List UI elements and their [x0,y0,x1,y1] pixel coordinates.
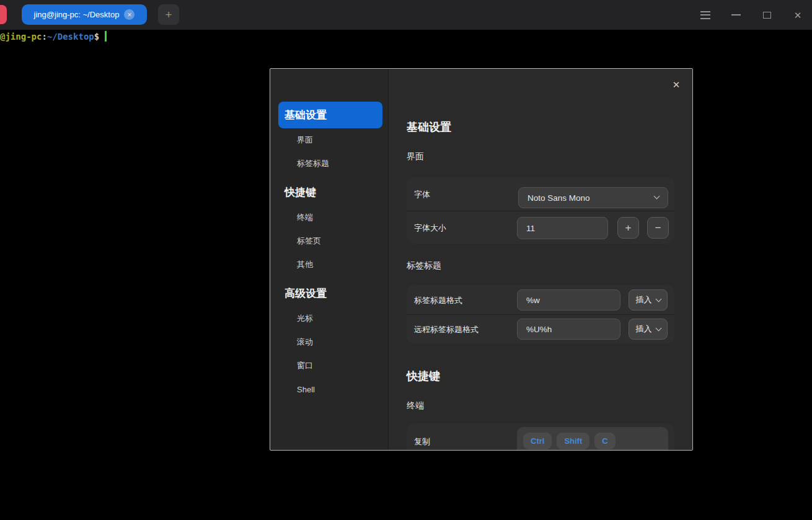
insert-label: 插入 [636,294,652,306]
hamburger-icon [700,11,710,19]
sidebar-item-cursor[interactable]: 光标 [278,307,382,330]
close-window-button[interactable]: ✕ [789,6,806,24]
shell-prompt: @jing-pc:~/Desktop$ [0,31,107,42]
font-size-decrease-button[interactable]: − [647,217,669,239]
sidebar-item-shell[interactable]: Shell [278,377,382,401]
key-chip-ctrl: Ctrl [523,433,552,449]
sidebar-item-basic-settings[interactable]: 基础设置 [278,102,382,128]
interface-card: 字体 Noto Sans Mono 字体大小 + − [407,177,674,244]
key-chip-shift: Shift [557,433,589,449]
font-size-input[interactable] [517,217,608,239]
tab-format-label: 标签标题格式 [414,295,462,306]
prompt-symbol: $ [94,32,99,42]
sidebar-item-advanced-settings[interactable]: 高级设置 [278,280,382,307]
minimize-button[interactable] [727,6,744,24]
insert-token-button-2[interactable]: 插入 [629,319,668,340]
dialog-close-button[interactable]: ✕ [670,79,682,91]
terminal-cursor [105,31,107,42]
window-titlebar: jing@jing-pc: ~/Desktop ✕ + ✕ [0,0,812,30]
sidebar-item-terminal[interactable]: 终端 [278,206,382,229]
prompt-user: @jing-pc [0,32,42,42]
section-interface: 界面 [407,151,424,162]
prompt-separator: : [42,32,46,42]
sidebar-item-tabs[interactable]: 标签页 [278,229,382,253]
sidebar-item-shortcuts[interactable]: 快捷键 [278,179,382,206]
menu-button[interactable] [697,6,714,24]
font-family-value: Noto Sans Mono [527,193,590,203]
sidebar-item-window[interactable]: 窗口 [278,354,382,377]
chevron-down-icon [655,325,661,331]
chevron-down-icon [655,296,661,302]
key-chip-c: C [594,433,615,449]
settings-dialog: ✕ 基础设置 界面 标签标题 快捷键 终端 标签页 其他 高级设置 光标 滚动 … [270,68,693,451]
insert-token-button-1[interactable]: 插入 [629,289,668,311]
tab-title-card: 标签标题格式 插入 远程标签标题格式 插入 [407,285,674,343]
terminal-tab-active[interactable]: jing@jing-pc: ~/Desktop ✕ [22,4,147,25]
insert-label: 插入 [636,324,652,335]
remote-format-label: 远程标签标题格式 [414,324,479,335]
shortcuts-card: 复制 Ctrl Shift C [407,423,674,451]
clipped-red-tab[interactable] [0,5,7,24]
settings-sidebar: 基础设置 界面 标签标题 快捷键 终端 标签页 其他 高级设置 光标 滚动 窗口… [278,102,382,401]
copy-shortcut-field[interactable]: Ctrl Shift C [517,427,668,451]
section-terminal: 终端 [407,400,424,412]
heading-basic-settings: 基础设置 [407,120,451,134]
maximize-button[interactable] [758,6,775,24]
chevron-down-icon [654,193,660,200]
prompt-path: ~/Desktop [47,32,94,42]
sidebar-item-tab-title[interactable]: 标签标题 [278,152,382,175]
tab-format-input[interactable] [517,289,620,311]
font-size-increase-button[interactable]: + [617,217,639,239]
tab-title: jing@jing-pc: ~/Desktop [34,10,120,19]
close-icon: ✕ [794,11,802,20]
sidebar-item-scrolling[interactable]: 滚动 [278,330,382,354]
remote-format-input[interactable] [517,319,620,340]
tab-close-icon[interactable]: ✕ [124,9,135,20]
new-tab-button[interactable]: + [158,4,179,25]
font-label: 字体 [414,189,430,200]
copy-shortcut-label: 复制 [414,436,430,447]
heading-shortcuts: 快捷键 [407,369,440,384]
maximize-icon [763,12,771,19]
font-family-dropdown[interactable]: Noto Sans Mono [518,187,668,208]
sidebar-item-other[interactable]: 其他 [278,253,382,276]
sidebar-item-interface[interactable]: 界面 [278,128,382,152]
font-size-label: 字体大小 [414,223,446,234]
section-tab-title: 标签标题 [407,260,441,271]
minimize-icon [731,14,741,15]
